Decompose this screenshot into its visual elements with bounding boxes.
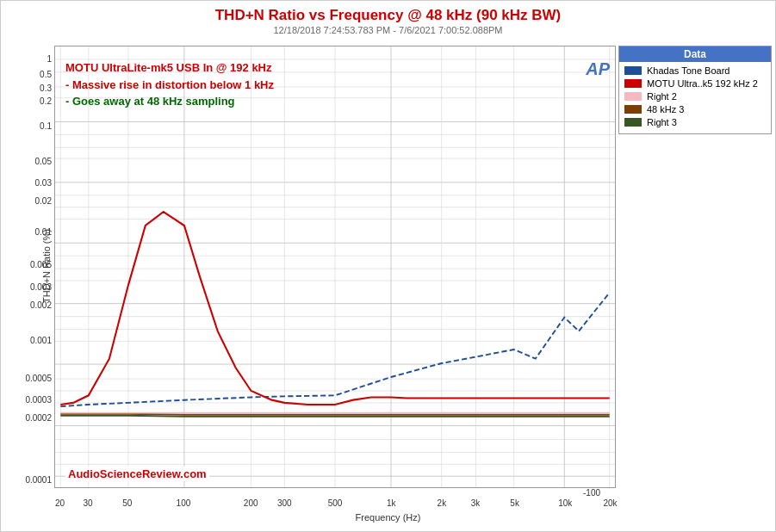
x-tick-50: 50 [122, 498, 132, 508]
x-tick-2k: 2k [438, 498, 447, 508]
legend-item-4: Right 3 [624, 117, 766, 127]
chart-annotations: MOTU UltraLite-mk5 USB In @ 192 kHz - Ma… [65, 59, 274, 110]
legend-label-0: Khadas Tone Board [647, 65, 729, 76]
chart-title: THD+N Ratio vs Frequency @ 48 kHz (90 kH… [1, 1, 775, 25]
y-tick-0005: 0.005 [30, 260, 52, 269]
x-tick-300: 300 [277, 498, 292, 508]
legend-box: Data Khadas Tone Board MOTU Ultra..k5 19… [618, 46, 772, 134]
x-axis-label: Frequency (Hz) [356, 512, 421, 523]
annotation-line2: - Massive rise in distortion below 1 kHz [65, 77, 274, 94]
y-tick-0002: 0.002 [30, 300, 52, 309]
y-tick-02: 0.2 [40, 96, 52, 106]
watermark: AudioScienceReview.com [65, 467, 209, 481]
legend-label-4: Right 3 [647, 117, 677, 127]
chart-plot-area [54, 46, 616, 488]
x-tick-20k: 20k [603, 498, 617, 508]
y-tick-00005: 0.0005 [25, 373, 52, 382]
y-axis-left-ticks: 1 0.5 0.3 0.2 0.1 0.05 0.03 0.02 0.01 0.… [23, 46, 54, 488]
chart-svg [55, 46, 615, 487]
y-tick-002: 0.02 [35, 195, 52, 205]
x-tick-3k: 3k [471, 498, 481, 508]
legend-item-3: 48 kHz 3 [624, 104, 766, 114]
y-tick-0003: 0.003 [30, 282, 52, 292]
y-tick-003: 0.03 [35, 178, 52, 188]
y-tick-00001: 0.0001 [25, 474, 52, 484]
chart-container: THD+N Ratio vs Frequency @ 48 kHz (90 kH… [0, 0, 776, 532]
y-tick-005: 0.05 [35, 156, 52, 165]
y-tick-03: 0.3 [40, 83, 52, 92]
x-tick-5k: 5k [510, 498, 519, 508]
ap-logo: AP [586, 59, 610, 79]
y-tick-0001: 0.001 [30, 335, 52, 344]
legend-color-4 [624, 118, 642, 127]
legend-item-0: Khadas Tone Board [624, 65, 766, 76]
y-tick-001: 0.01 [35, 226, 52, 236]
y-tick-00003: 0.0003 [25, 395, 52, 405]
x-tick-200: 200 [244, 498, 258, 508]
x-tick-20: 20 [55, 498, 65, 508]
x-tick-500: 500 [328, 498, 343, 508]
legend-title: Data [619, 46, 771, 62]
legend-item-2: Right 2 [624, 91, 766, 102]
x-tick-100: 100 [177, 498, 191, 508]
x-axis-ticks: 20 30 50 100 200 300 500 1k 2k 3k 5k 10k… [54, 488, 616, 505]
legend-item-1: MOTU Ultra..k5 192 kHz 2 [624, 78, 766, 89]
x-tick-1k: 1k [387, 498, 396, 508]
legend-label-1: MOTU Ultra..k5 192 kHz 2 [647, 78, 758, 89]
x-tick-30: 30 [84, 498, 93, 508]
legend-color-2 [624, 92, 642, 101]
legend-color-3 [624, 105, 642, 114]
y-tick-05: 0.5 [40, 70, 52, 79]
annotation-title: MOTU UltraLite-mk5 USB In @ 192 kHz [65, 59, 274, 77]
y-tick-1: 1 [47, 54, 52, 64]
legend-label-2: Right 2 [647, 91, 677, 102]
y-tick-00002: 0.0002 [25, 412, 52, 422]
legend-color-1 [624, 79, 642, 88]
legend-label-3: 48 kHz 3 [647, 104, 684, 114]
y-tick-01: 0.1 [40, 121, 52, 130]
annotation-line3: - Goes away at 48 kHz sampling [65, 93, 274, 110]
x-tick-10k: 10k [558, 498, 572, 508]
legend-color-0 [624, 66, 642, 75]
chart-subtitle: 12/18/2018 7:24:53.783 PM - 7/6/2021 7:0… [1, 25, 775, 35]
